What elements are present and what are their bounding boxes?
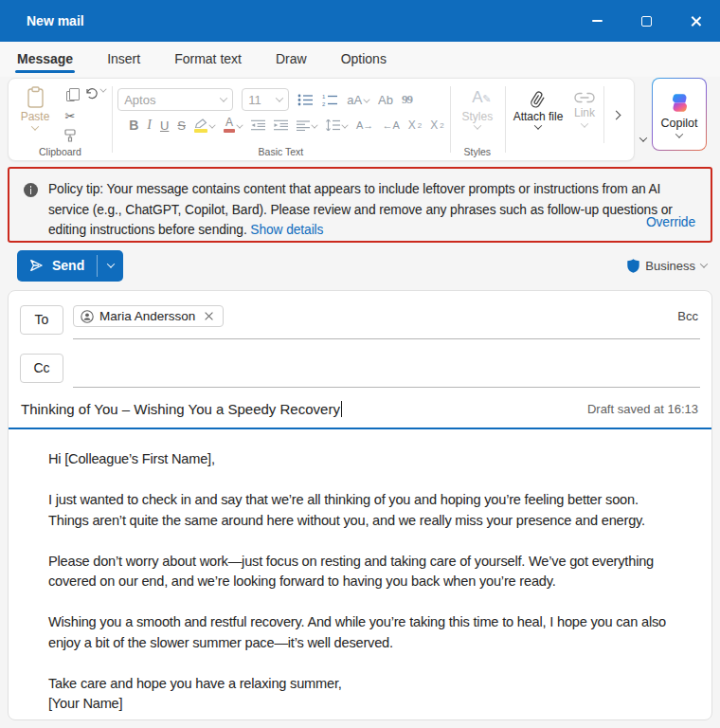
shield-icon [627, 259, 639, 273]
font-color-button[interactable]: A [224, 118, 243, 133]
align-button[interactable] [297, 120, 317, 131]
send-options-button[interactable] [98, 250, 123, 282]
change-case-chevron-icon [363, 96, 369, 102]
bcc-link[interactable]: Bcc [677, 309, 700, 323]
underline-button[interactable]: U [160, 118, 169, 133]
styles-button[interactable]: A✎ Styles [456, 86, 499, 130]
to-field[interactable]: Maria Andersson Bcc [73, 300, 700, 339]
link-button[interactable]: Link [566, 86, 603, 128]
recipient-name: Maria Andersson [99, 309, 195, 323]
tab-draw[interactable]: Draw [274, 44, 309, 75]
decrease-indent-icon [251, 119, 265, 131]
tab-format-text[interactable]: Format text [172, 44, 243, 75]
ribbon-card: Paste ✂ Clipboard [8, 78, 635, 161]
subject-input[interactable]: Thinking of You – Wishing You a Speedy R… [21, 401, 342, 417]
message-body[interactable]: Hi [Colleague’s First Name], I just want… [9, 429, 711, 720]
subscript-glyph: X [408, 118, 416, 132]
copy-button[interactable] [62, 88, 79, 103]
numbered-list-button[interactable]: 12 [322, 94, 338, 106]
copilot-label: Copilot [661, 117, 698, 130]
body-signature: [Your Name] [48, 694, 677, 715]
increase-indent-icon [274, 119, 288, 131]
ribbon-collapse-button[interactable] [639, 134, 647, 141]
decrease-indent-button[interactable] [251, 119, 265, 131]
tab-options[interactable]: Options [339, 44, 388, 75]
superscript-button[interactable]: X2 [430, 118, 443, 132]
bold-button[interactable]: B [129, 118, 138, 133]
remove-recipient-icon[interactable] [204, 311, 214, 321]
clear-formatting-button[interactable]: Ab [378, 93, 393, 107]
link-label: Link [574, 106, 595, 119]
increase-indent-button[interactable] [274, 119, 288, 131]
attach-file-button[interactable]: Attach file [511, 86, 566, 130]
body-signoff: Take care and hope you have a relaxing s… [48, 674, 677, 695]
font-size-value: 11 [248, 93, 261, 107]
minimize-button[interactable] [572, 0, 621, 42]
left-to-right-button[interactable]: A→ [356, 119, 373, 131]
bullet-list-button[interactable] [297, 94, 314, 106]
highlight-color-bar [194, 129, 207, 133]
subject-value: Thinking of You – Wishing You a Speedy R… [21, 401, 340, 417]
policy-tip-banner: Policy tip: Your message contains conten… [8, 167, 712, 243]
numbered-list-icon: 12 [322, 94, 338, 106]
tab-insert[interactable]: Insert [105, 44, 142, 75]
send-chevron-icon [106, 260, 114, 267]
override-link[interactable]: Override [646, 212, 695, 233]
sensitivity-label: Business [645, 259, 695, 273]
recipient-chip[interactable]: Maria Andersson [73, 305, 224, 327]
subscript-button[interactable]: X2 [408, 118, 422, 132]
copilot-icon [668, 91, 692, 115]
copilot-button[interactable]: Copilot [652, 78, 707, 151]
paste-button[interactable]: Paste [14, 86, 56, 131]
ribbon-overflow-button[interactable] [603, 86, 628, 143]
link-chevron-icon [581, 119, 588, 127]
font-size-select[interactable]: 11 [242, 88, 289, 111]
close-button[interactable] [671, 0, 720, 42]
to-button[interactable]: To [20, 305, 63, 335]
subscript-num: 2 [418, 121, 422, 130]
clipboard-icon [27, 86, 45, 108]
cut-button[interactable]: ✂ [62, 108, 79, 123]
superscript-num: 2 [440, 121, 443, 130]
highlight-color-button[interactable] [194, 118, 215, 133]
italic-button[interactable]: I [147, 118, 152, 133]
send-split-button: Send [17, 250, 123, 282]
compose-card: To Maria Andersson Bcc Cc Thinking of Yo… [8, 290, 712, 720]
maximize-icon [641, 16, 652, 27]
quote-glyph: 99 [402, 92, 412, 107]
font-name-value: Aptos [124, 93, 155, 107]
undo-icon [84, 86, 99, 100]
align-icon [297, 120, 310, 131]
basic-text-group-label: Basic Text [112, 146, 449, 157]
show-details-link[interactable]: Show details [250, 223, 323, 237]
maximize-button[interactable] [621, 0, 671, 42]
cc-row: Cc [20, 348, 700, 388]
send-label: Send [52, 258, 84, 273]
send-button[interactable]: Send [17, 250, 97, 282]
tab-message[interactable]: Message [15, 44, 75, 75]
info-icon [24, 183, 38, 197]
undo-button[interactable] [84, 86, 106, 100]
cc-button[interactable]: Cc [20, 354, 63, 383]
send-icon [28, 258, 45, 273]
strikethrough-button[interactable]: S [177, 118, 186, 133]
styles-icon: A✎ [472, 88, 482, 109]
body-paragraph: Wishing you a smooth and restful recover… [48, 612, 677, 653]
clear-formatting-glyph: Ab [378, 93, 393, 107]
font-name-select[interactable]: Aptos [117, 88, 233, 111]
styles-group-label: Styles [450, 146, 505, 157]
cc-field[interactable] [73, 348, 700, 388]
format-painter-button[interactable] [62, 128, 79, 143]
sensitivity-selector[interactable]: Business [627, 259, 707, 273]
change-case-glyph: aA [347, 93, 362, 107]
styles-group: A✎ Styles Styles [450, 79, 505, 160]
sensitivity-chevron-icon [700, 260, 708, 267]
change-case-button[interactable]: aA [347, 93, 369, 107]
ribbon: Paste ✂ Clipboard [8, 78, 712, 161]
format-painter-icon [63, 129, 77, 142]
copy-icon [66, 91, 75, 101]
quote-button[interactable]: 99 [402, 92, 412, 107]
line-spacing-button[interactable] [326, 119, 348, 131]
policy-tip-text: Policy tip: Your message contains conten… [48, 182, 673, 237]
right-to-left-button[interactable]: ←A [382, 119, 399, 131]
